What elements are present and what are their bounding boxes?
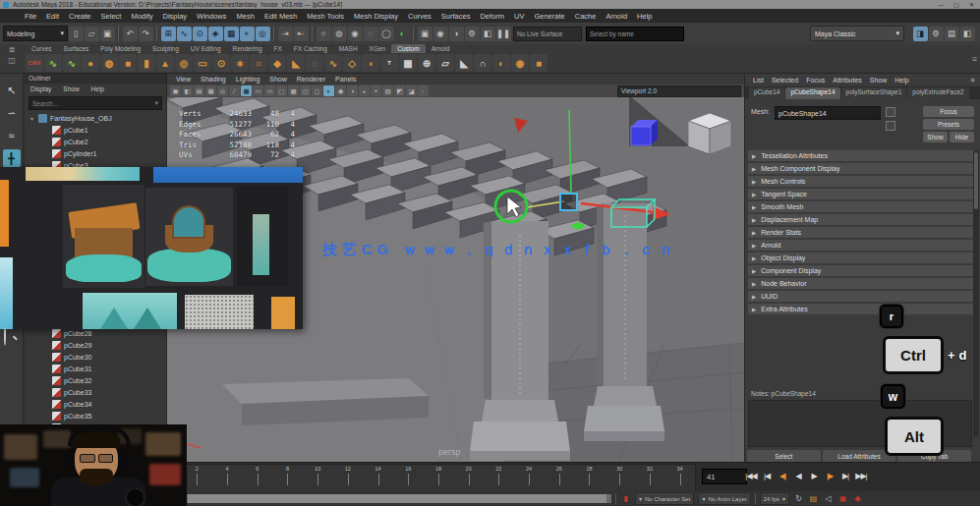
select-asset-icon[interactable]: ◌ xyxy=(364,27,378,41)
reference-thumbnail-water-left[interactable] xyxy=(0,257,13,329)
menu-arnold[interactable]: Arnold xyxy=(601,12,632,21)
character-set-dropdown[interactable]: ▾ No Character Set xyxy=(635,492,694,505)
outliner-item-pcube2[interactable]: pCube2 xyxy=(25,136,166,147)
timeline-tick-12[interactable]: 12 xyxy=(333,465,364,491)
render-current-frame-icon[interactable]: ◉ xyxy=(433,27,448,41)
save-scene-icon[interactable]: ▣ xyxy=(100,27,115,41)
menu-select[interactable]: Select xyxy=(96,12,127,21)
reference-thumbnail-harbor[interactable] xyxy=(153,167,303,183)
timeline-tick-34[interactable]: 34 xyxy=(664,465,695,491)
lasso-tool-icon[interactable]: ∽ xyxy=(3,104,21,122)
outliner-menu-show[interactable]: Show xyxy=(63,85,79,92)
section-node-behavior[interactable]: ▶Node Behavior xyxy=(748,278,977,289)
workspace-dropdown[interactable]: Maya Classic ▾ xyxy=(810,26,904,41)
poly-torus-icon[interactable]: ◎ xyxy=(175,54,193,72)
filter-icon[interactable]: ▾ xyxy=(155,99,158,107)
section-object-display[interactable]: ▶Object Display xyxy=(748,253,977,263)
shadows-icon[interactable]: ◑ xyxy=(347,85,358,96)
mesh-name-field[interactable]: pCubeShape14 xyxy=(775,106,881,120)
poly-smooth-sphere-icon[interactable]: ◍ xyxy=(100,54,118,72)
pause-viewport-icon[interactable]: ❚❚ xyxy=(496,27,511,41)
mute-audio-icon[interactable]: ◁ xyxy=(823,494,834,503)
section-component-display[interactable]: ▶Component Display xyxy=(748,265,977,276)
shelf-tab-rendering[interactable]: Rendering xyxy=(227,44,268,53)
shelf-menu-icon[interactable]: ≣ xyxy=(3,45,21,54)
undo-icon[interactable]: ↶ xyxy=(123,27,138,41)
current-frame-field[interactable]: 41 xyxy=(702,469,747,484)
timeline-tick-22[interactable]: 22 xyxy=(484,465,514,491)
highlight-selection-icon[interactable]: ◯ xyxy=(379,27,394,41)
shelf-tab-arnold[interactable]: Arnold xyxy=(426,44,456,53)
crv-tool-icon[interactable]: CRV xyxy=(26,54,43,72)
close-button[interactable]: ✕ xyxy=(966,1,977,8)
paint-select-tool-icon[interactable]: ≈ xyxy=(3,127,21,144)
template-checkbox[interactable] xyxy=(886,107,895,117)
timeline-tick-16[interactable]: 16 xyxy=(393,465,424,491)
time-slider-ticks[interactable]: 246810121416182022242628303234 xyxy=(181,464,696,492)
snap-to-point-icon[interactable]: ⊙ xyxy=(193,27,207,41)
reference-thumbnail-river-scene[interactable] xyxy=(237,186,288,287)
booleans-icon[interactable]: ◐ xyxy=(492,54,510,72)
outliner-item-pcube31[interactable]: pCube31 xyxy=(25,363,166,374)
step-back-frame-button[interactable]: |◀ xyxy=(761,467,773,484)
live-surface-dropdown[interactable]: No Live Surface xyxy=(513,27,582,41)
select-hierarchy-icon[interactable]: ○ xyxy=(317,27,331,41)
pin-icon[interactable]: ∗ xyxy=(969,76,976,84)
outliner-item-pcube1[interactable]: pCube1 xyxy=(25,124,166,136)
outliner-item-pcube34[interactable]: pCube34 xyxy=(25,398,166,410)
snap-together-icon[interactable]: ◎ xyxy=(256,27,270,41)
camera-select-icon[interactable]: ▣ xyxy=(170,85,181,96)
camera-lock-icon[interactable]: ◧ xyxy=(182,85,193,96)
safe-title-icon[interactable]: ◻ xyxy=(312,85,322,96)
snap-to-view-plane-icon[interactable]: ▦ xyxy=(224,27,239,41)
ae-tab-polysurfaceshape1[interactable]: polySurfaceShape1 xyxy=(841,87,907,99)
ae-tab-pcubeshape14[interactable]: pCubeShape14 xyxy=(785,87,839,99)
ep-curve-icon[interactable]: ∿ xyxy=(44,54,62,72)
open-scene-icon[interactable]: ▱ xyxy=(85,27,99,41)
launch-render-setup-icon[interactable]: ◧ xyxy=(481,27,495,41)
default-lighting-icon[interactable]: ◐ xyxy=(323,85,334,96)
bevel-icon[interactable]: ◣ xyxy=(455,54,473,72)
reference-thumbnail-boat-crew[interactable] xyxy=(145,188,233,286)
quad-draw-icon[interactable]: ▱ xyxy=(436,54,454,72)
outliner-item-pcube33[interactable]: pCube33 xyxy=(25,386,166,398)
timeline-tick-18[interactable]: 18 xyxy=(424,465,454,491)
reference-image-board[interactable] xyxy=(0,167,303,329)
timeline-tick-14[interactable]: 14 xyxy=(363,465,393,491)
poly-helix-icon[interactable]: ∿ xyxy=(324,54,342,72)
bezier-curve-icon[interactable]: ∿ xyxy=(63,54,81,72)
make-live-icon[interactable]: ⌖ xyxy=(240,27,255,41)
shelf-tab-fx[interactable]: FX xyxy=(268,44,288,53)
target-weld-icon[interactable]: ⊕ xyxy=(418,54,435,72)
section-tangent-space[interactable]: ▶Tangent Space xyxy=(748,189,977,199)
section-mesh-component-display[interactable]: ▶Mesh Component Display xyxy=(748,163,977,174)
select-by-name-input[interactable]: Select by name xyxy=(586,27,684,41)
new-scene-icon[interactable]: ▯ xyxy=(69,27,84,41)
history-checkbox[interactable] xyxy=(886,121,895,131)
play-backwards-button[interactable]: ◀ xyxy=(792,467,804,484)
shelf-tab-fx-caching[interactable]: FX Caching xyxy=(288,44,333,53)
show-button[interactable]: Show xyxy=(923,132,948,142)
select-tool-icon[interactable]: ↖ xyxy=(3,82,21,99)
image-plane-icon[interactable]: ▦ xyxy=(205,85,216,96)
viewport-menu-renderer[interactable]: Renderer xyxy=(292,76,330,83)
menu-deform[interactable]: Deform xyxy=(475,12,509,21)
ae-menu-show[interactable]: Show xyxy=(866,77,892,84)
ae-menu-list[interactable]: List xyxy=(749,77,768,84)
section-arnold[interactable]: ▶Arnold xyxy=(748,240,977,251)
section-extra-attributes[interactable]: ▶Extra Attributes xyxy=(748,304,977,314)
x-ray-icon[interactable]: ◪ xyxy=(406,85,417,96)
symmetry-icon[interactable]: ◐ xyxy=(395,27,410,41)
anim-layer-dropdown[interactable]: ▾ No Anim Layer xyxy=(698,492,750,505)
menu-cache[interactable]: Cache xyxy=(570,12,602,21)
modeling-toolkit-toggle-icon[interactable]: ◧ xyxy=(960,27,975,41)
render-settings-icon[interactable]: ⚙ xyxy=(465,27,480,41)
timeline-tick-8[interactable]: 8 xyxy=(272,465,303,491)
attribute-editor-toggle-icon[interactable]: ◨ xyxy=(913,27,928,41)
menu-mesh[interactable]: Mesh xyxy=(232,12,259,21)
range-slider-bar[interactable] xyxy=(183,494,611,503)
shelf-tab-sculpting[interactable]: Sculpting xyxy=(146,44,185,53)
film-gate-icon[interactable]: ▭ xyxy=(253,85,263,96)
manipulator-center-handle[interactable] xyxy=(560,194,577,210)
go-to-end-button[interactable]: ▶▶| xyxy=(855,467,867,484)
